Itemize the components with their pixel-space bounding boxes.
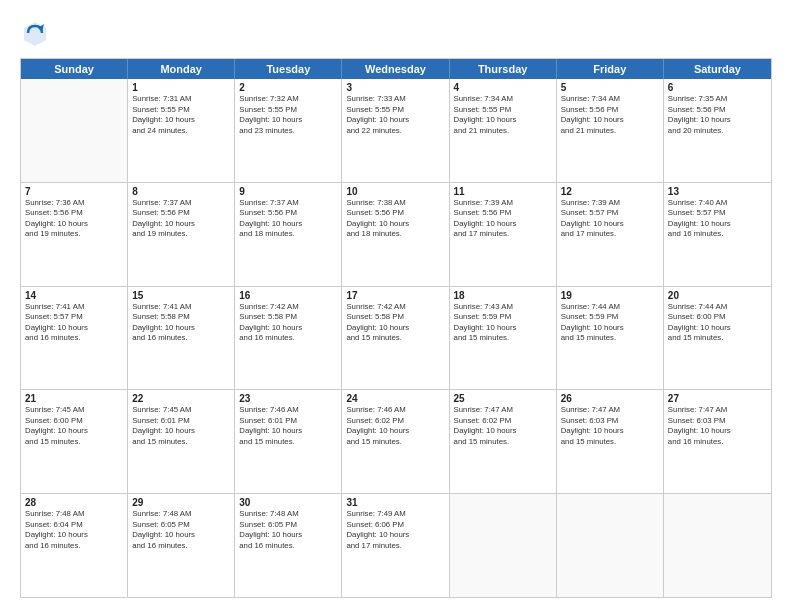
calendar-cell: 11Sunrise: 7:39 AMSunset: 5:56 PMDayligh… [450,183,557,286]
day-number: 11 [454,186,552,197]
day-info: Sunrise: 7:45 AMSunset: 6:01 PMDaylight:… [132,405,230,447]
day-info: Sunrise: 7:31 AMSunset: 5:55 PMDaylight:… [132,94,230,136]
calendar-cell: 1Sunrise: 7:31 AMSunset: 5:55 PMDaylight… [128,79,235,182]
day-number: 5 [561,82,659,93]
day-info: Sunrise: 7:38 AMSunset: 5:56 PMDaylight:… [346,198,444,240]
day-number: 26 [561,393,659,404]
day-number: 19 [561,290,659,301]
day-number: 15 [132,290,230,301]
calendar-cell: 17Sunrise: 7:42 AMSunset: 5:58 PMDayligh… [342,287,449,390]
day-number: 17 [346,290,444,301]
calendar-header: SundayMondayTuesdayWednesdayThursdayFrid… [21,59,771,79]
calendar-cell: 26Sunrise: 7:47 AMSunset: 6:03 PMDayligh… [557,390,664,493]
day-info: Sunrise: 7:42 AMSunset: 5:58 PMDaylight:… [239,302,337,344]
day-info: Sunrise: 7:49 AMSunset: 6:06 PMDaylight:… [346,509,444,551]
day-number: 28 [25,497,123,508]
header-day-thursday: Thursday [450,59,557,79]
day-number: 13 [668,186,767,197]
calendar-cell: 19Sunrise: 7:44 AMSunset: 5:59 PMDayligh… [557,287,664,390]
calendar-cell: 16Sunrise: 7:42 AMSunset: 5:58 PMDayligh… [235,287,342,390]
day-number: 10 [346,186,444,197]
calendar-cell: 21Sunrise: 7:45 AMSunset: 6:00 PMDayligh… [21,390,128,493]
day-info: Sunrise: 7:43 AMSunset: 5:59 PMDaylight:… [454,302,552,344]
day-number: 30 [239,497,337,508]
calendar-cell: 18Sunrise: 7:43 AMSunset: 5:59 PMDayligh… [450,287,557,390]
header-day-wednesday: Wednesday [342,59,449,79]
calendar-week-5: 28Sunrise: 7:48 AMSunset: 6:04 PMDayligh… [21,494,771,597]
day-info: Sunrise: 7:35 AMSunset: 5:56 PMDaylight:… [668,94,767,136]
day-info: Sunrise: 7:37 AMSunset: 5:56 PMDaylight:… [239,198,337,240]
day-number: 27 [668,393,767,404]
day-info: Sunrise: 7:48 AMSunset: 6:05 PMDaylight:… [132,509,230,551]
day-info: Sunrise: 7:42 AMSunset: 5:58 PMDaylight:… [346,302,444,344]
day-number: 29 [132,497,230,508]
calendar-cell: 31Sunrise: 7:49 AMSunset: 6:06 PMDayligh… [342,494,449,597]
day-number: 31 [346,497,444,508]
calendar-cell: 2Sunrise: 7:32 AMSunset: 5:55 PMDaylight… [235,79,342,182]
calendar-cell: 4Sunrise: 7:34 AMSunset: 5:55 PMDaylight… [450,79,557,182]
day-number: 21 [25,393,123,404]
day-info: Sunrise: 7:39 AMSunset: 5:56 PMDaylight:… [454,198,552,240]
day-info: Sunrise: 7:48 AMSunset: 6:04 PMDaylight:… [25,509,123,551]
day-info: Sunrise: 7:36 AMSunset: 5:56 PMDaylight:… [25,198,123,240]
header [20,18,772,48]
day-number: 2 [239,82,337,93]
logo-icon [20,18,50,48]
day-number: 4 [454,82,552,93]
calendar-cell: 13Sunrise: 7:40 AMSunset: 5:57 PMDayligh… [664,183,771,286]
day-info: Sunrise: 7:45 AMSunset: 6:00 PMDaylight:… [25,405,123,447]
calendar-cell: 10Sunrise: 7:38 AMSunset: 5:56 PMDayligh… [342,183,449,286]
day-info: Sunrise: 7:44 AMSunset: 5:59 PMDaylight:… [561,302,659,344]
calendar-body: 1Sunrise: 7:31 AMSunset: 5:55 PMDaylight… [21,79,771,597]
day-number: 22 [132,393,230,404]
calendar-cell: 14Sunrise: 7:41 AMSunset: 5:57 PMDayligh… [21,287,128,390]
calendar-cell: 6Sunrise: 7:35 AMSunset: 5:56 PMDaylight… [664,79,771,182]
day-number: 6 [668,82,767,93]
calendar-cell: 15Sunrise: 7:41 AMSunset: 5:58 PMDayligh… [128,287,235,390]
logo [20,18,54,48]
calendar-cell: 20Sunrise: 7:44 AMSunset: 6:00 PMDayligh… [664,287,771,390]
day-number: 16 [239,290,337,301]
day-info: Sunrise: 7:34 AMSunset: 5:56 PMDaylight:… [561,94,659,136]
calendar-cell: 22Sunrise: 7:45 AMSunset: 6:01 PMDayligh… [128,390,235,493]
header-day-monday: Monday [128,59,235,79]
header-day-sunday: Sunday [21,59,128,79]
day-number: 18 [454,290,552,301]
calendar-cell: 7Sunrise: 7:36 AMSunset: 5:56 PMDaylight… [21,183,128,286]
calendar-cell: 27Sunrise: 7:47 AMSunset: 6:03 PMDayligh… [664,390,771,493]
day-info: Sunrise: 7:48 AMSunset: 6:05 PMDaylight:… [239,509,337,551]
day-info: Sunrise: 7:41 AMSunset: 5:57 PMDaylight:… [25,302,123,344]
day-info: Sunrise: 7:46 AMSunset: 6:02 PMDaylight:… [346,405,444,447]
calendar-cell: 28Sunrise: 7:48 AMSunset: 6:04 PMDayligh… [21,494,128,597]
calendar-cell: 30Sunrise: 7:48 AMSunset: 6:05 PMDayligh… [235,494,342,597]
calendar-week-1: 1Sunrise: 7:31 AMSunset: 5:55 PMDaylight… [21,79,771,183]
day-number: 1 [132,82,230,93]
calendar: SundayMondayTuesdayWednesdayThursdayFrid… [20,58,772,598]
calendar-cell: 25Sunrise: 7:47 AMSunset: 6:02 PMDayligh… [450,390,557,493]
calendar-week-4: 21Sunrise: 7:45 AMSunset: 6:00 PMDayligh… [21,390,771,494]
day-number: 14 [25,290,123,301]
calendar-cell: 5Sunrise: 7:34 AMSunset: 5:56 PMDaylight… [557,79,664,182]
day-number: 8 [132,186,230,197]
calendar-cell [664,494,771,597]
day-info: Sunrise: 7:47 AMSunset: 6:03 PMDaylight:… [668,405,767,447]
header-day-saturday: Saturday [664,59,771,79]
day-info: Sunrise: 7:44 AMSunset: 6:00 PMDaylight:… [668,302,767,344]
calendar-cell: 12Sunrise: 7:39 AMSunset: 5:57 PMDayligh… [557,183,664,286]
day-number: 25 [454,393,552,404]
page: SundayMondayTuesdayWednesdayThursdayFrid… [0,0,792,612]
calendar-week-3: 14Sunrise: 7:41 AMSunset: 5:57 PMDayligh… [21,287,771,391]
day-number: 23 [239,393,337,404]
day-number: 12 [561,186,659,197]
header-day-tuesday: Tuesday [235,59,342,79]
day-info: Sunrise: 7:34 AMSunset: 5:55 PMDaylight:… [454,94,552,136]
day-number: 7 [25,186,123,197]
calendar-cell [21,79,128,182]
calendar-cell [557,494,664,597]
calendar-cell [450,494,557,597]
day-number: 24 [346,393,444,404]
day-info: Sunrise: 7:41 AMSunset: 5:58 PMDaylight:… [132,302,230,344]
day-info: Sunrise: 7:40 AMSunset: 5:57 PMDaylight:… [668,198,767,240]
calendar-cell: 9Sunrise: 7:37 AMSunset: 5:56 PMDaylight… [235,183,342,286]
header-day-friday: Friday [557,59,664,79]
